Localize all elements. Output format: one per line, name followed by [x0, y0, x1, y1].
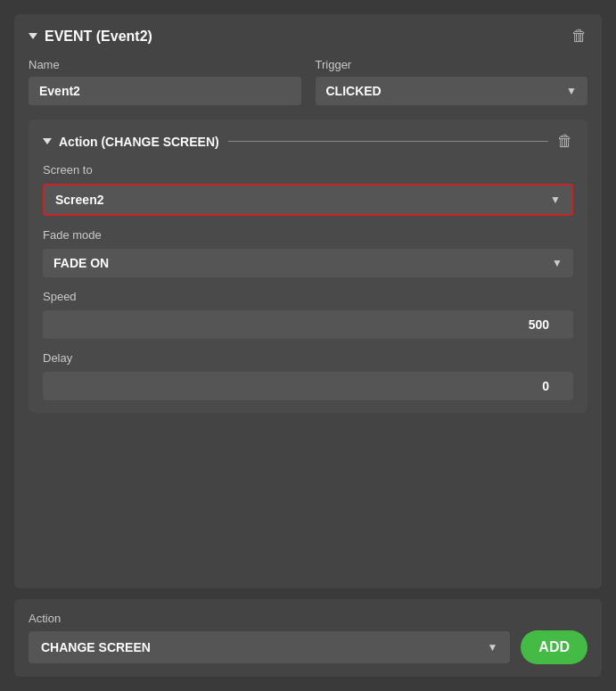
delay-input[interactable]	[43, 372, 573, 400]
action-collapse-icon[interactable]	[43, 138, 52, 144]
action-bottom-label: Action	[29, 612, 587, 625]
screen-value: Screen2	[55, 193, 103, 207]
main-container: EVENT (Event2) 🗑 Name Trigger CLICKED ▼	[0, 0, 616, 691]
action-type-select[interactable]: CHANGE SCREEN ▼	[29, 631, 510, 663]
trigger-value: CLICKED	[326, 84, 382, 98]
event-panel: EVENT (Event2) 🗑 Name Trigger CLICKED ▼	[14, 14, 602, 588]
delay-group: Delay	[43, 351, 573, 400]
add-button[interactable]: ADD	[521, 630, 587, 664]
fade-select[interactable]: FADE ON ▼	[43, 249, 573, 277]
divider-line	[228, 141, 548, 142]
delay-label: Delay	[43, 351, 573, 365]
fade-chevron-icon: ▼	[552, 257, 563, 269]
name-input[interactable]	[29, 77, 301, 105]
action-subpanel-header: Action (CHANGE SCREEN) 🗑	[43, 132, 573, 151]
bottom-bar: Action CHANGE SCREEN ▼ ADD	[14, 599, 602, 677]
speed-group: Speed	[43, 290, 573, 351]
action-subpanel-title-group: Action (CHANGE SCREEN)	[43, 135, 219, 149]
bottom-bar-content: Action CHANGE SCREEN ▼ ADD	[29, 612, 587, 664]
fade-mode-group: Fade mode FADE ON ▼	[43, 228, 573, 277]
action-subpanel: Action (CHANGE SCREEN) 🗑 Screen to Scree…	[29, 119, 587, 413]
screen-chevron-icon: ▼	[550, 193, 561, 206]
fade-mode-label: Fade mode	[43, 228, 573, 242]
event-title-group: EVENT (Event2)	[29, 29, 152, 45]
speed-label: Speed	[43, 290, 573, 303]
name-field-group: Name	[29, 58, 301, 105]
event-collapse-icon[interactable]	[29, 33, 37, 39]
name-label: Name	[29, 58, 301, 71]
event-title: EVENT (Event2)	[45, 29, 152, 45]
trigger-select[interactable]: CLICKED ▼	[316, 77, 588, 105]
screen-to-group: Screen to Screen2 ▼	[43, 163, 573, 216]
event-delete-icon[interactable]: 🗑	[571, 27, 587, 45]
event-header: EVENT (Event2) 🗑	[29, 27, 587, 45]
speed-input[interactable]	[43, 310, 573, 339]
fields-row: Name Trigger CLICKED ▼	[29, 58, 587, 105]
trigger-field-group: Trigger CLICKED ▼	[316, 58, 588, 105]
fade-value: FADE ON	[53, 256, 109, 270]
action-type-chevron-icon: ▼	[487, 641, 497, 654]
screen-select[interactable]: Screen2 ▼	[43, 184, 573, 216]
action-delete-icon[interactable]: 🗑	[557, 132, 573, 151]
trigger-chevron-icon: ▼	[566, 85, 577, 97]
bottom-action-row: CHANGE SCREEN ▼ ADD	[29, 630, 587, 664]
trigger-label: Trigger	[316, 58, 588, 71]
action-type-value: CHANGE SCREEN	[41, 640, 151, 654]
action-subpanel-title: Action (CHANGE SCREEN)	[59, 135, 219, 149]
screen-to-label: Screen to	[43, 163, 573, 177]
